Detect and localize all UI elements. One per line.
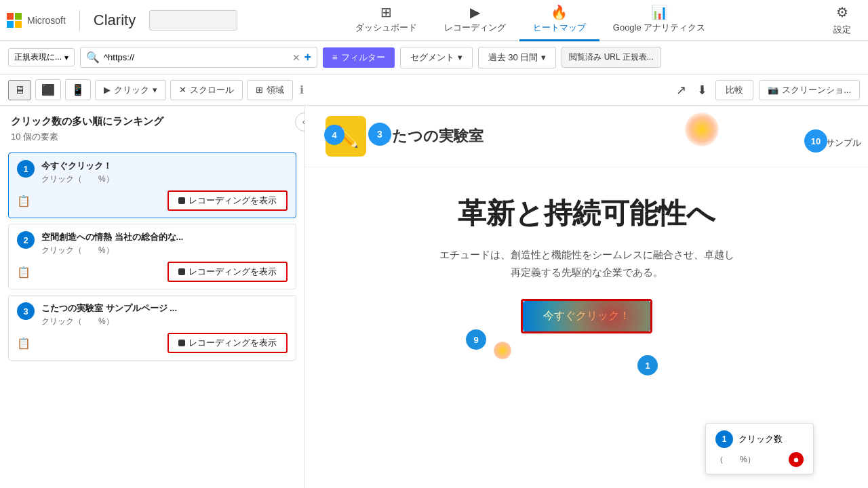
url-input[interactable]	[104, 52, 288, 62]
tooltip-label: クリック数	[738, 433, 783, 445]
segment-button[interactable]: セグメント ▾	[400, 47, 473, 68]
nav-item-google-analytics[interactable]: 📊 Google アナリティクス	[599, 0, 719, 41]
screenshot-btn[interactable]: 📷 スクリーンショ...	[759, 80, 860, 100]
filter-button[interactable]: ≡ フィルター	[323, 47, 395, 68]
dashboard-icon: ⊞	[380, 4, 392, 20]
ms-logo-text: Microsoft	[27, 15, 66, 26]
recording-label-2: レコーディングを表示	[189, 266, 277, 278]
click-badge-9[interactable]: 9	[466, 329, 486, 350]
tooltip-box: 1 クリック数 （ %） ⏺	[705, 423, 814, 474]
area-type-btn[interactable]: ⊞ 領域	[247, 80, 293, 100]
copy-icon-2[interactable]: 📋	[17, 266, 31, 279]
rank-item-2[interactable]: 2 空間創造への情熱 当社の総合的な... クリック（ %） 📋 レコーディング…	[8, 224, 296, 289]
click-badge-1[interactable]: 1	[637, 355, 658, 375]
regex-chevron: ▾	[64, 53, 68, 62]
rank-clicks-3: クリック（ %）	[41, 316, 288, 327]
hero-title: 革新と持続可能性へ	[326, 195, 848, 232]
device-mobile-btn[interactable]: 📱	[65, 79, 91, 100]
tooltip-record-icon[interactable]: ⏺	[789, 452, 804, 467]
search-icon: 🔍	[86, 51, 100, 64]
rank-clicks-1: クリック（ %）	[41, 174, 288, 185]
main-area: « クリック数の多い順にランキング 10 個の要素 1 今すぐクリック！ クリッ…	[0, 106, 868, 488]
rank-info-1: 今すぐクリック！ クリック（ %）	[41, 160, 288, 185]
ms-sq-green	[15, 13, 22, 20]
left-panel: « クリック数の多い順にランキング 10 個の要素 1 今すぐクリック！ クリッ…	[0, 106, 305, 488]
rank-item-3[interactable]: 3 こたつの実験室 サンプルページ ... クリック（ %） 📋 レコーディング…	[8, 295, 296, 361]
nav-label-dashboard: ダッシュボード	[355, 22, 417, 34]
recording-btn-1[interactable]: レコーディングを表示	[167, 190, 288, 211]
filter-bar: 正規表現に... ▾ 🔍 ✕ + ≡ フィルター セグメント ▾ 過去 30 日…	[0, 41, 868, 75]
recording-label-1: レコーディングを表示	[189, 195, 277, 207]
rank-info-2: 空間創造への情熱 当社の総合的な... クリック（ %）	[41, 231, 288, 256]
toolbar-right: ↗ ⬇ 比較 📷 スクリーンショ...	[673, 80, 860, 100]
segment-chevron: ▾	[458, 52, 462, 62]
download-btn[interactable]: ⬇	[694, 80, 710, 100]
rank-item-3-header: 3 こたつの実験室 サンプルページ ... クリック（ %）	[17, 302, 288, 327]
url-add-btn[interactable]: +	[304, 50, 312, 64]
rank-item-1-header: 1 今すぐクリック！ クリック（ %）	[17, 160, 288, 185]
regex-label: 正規表現に...	[14, 52, 62, 63]
recording-btn-2[interactable]: レコーディングを表示	[167, 262, 288, 282]
click-chevron: ▾	[153, 85, 157, 95]
compare-label: 比較	[726, 85, 743, 95]
device-tablet-btn[interactable]: ⬛	[35, 79, 61, 100]
copy-icon-1[interactable]: 📋	[17, 195, 31, 207]
filter-icon: ≡	[332, 52, 338, 62]
click-badge-10[interactable]: 10	[804, 129, 827, 152]
area-label: 領域	[267, 84, 284, 96]
play-icon: ▶	[104, 85, 111, 95]
toolbar: 🖥 ⬛ 📱 ▶ クリック ▾ ✕ スクロール ⊞ 領域 ℹ ↗ ⬇ 比較 📷 ス…	[0, 75, 868, 106]
nav-label-heatmap: ヒートマップ	[533, 22, 586, 34]
rank-item-1[interactable]: 1 今すぐクリック！ クリック（ %） 📋 レコーディングを表示	[8, 152, 296, 218]
nav-item-recording[interactable]: ▶ レコーディング	[431, 0, 519, 41]
recording-btn-3[interactable]: レコーディングを表示	[167, 333, 288, 353]
tooltip-info-row: （ %） ⏺	[715, 452, 804, 467]
scroll-type-btn[interactable]: ✕ スクロール	[170, 80, 243, 100]
cta-button[interactable]: 今すぐクリック！	[523, 301, 650, 331]
nav-item-dashboard[interactable]: ⊞ ダッシュボード	[342, 0, 431, 41]
click-badge-3[interactable]: 3	[368, 123, 391, 146]
tooltip-row: 1 クリック数	[715, 430, 804, 448]
copy-icon-3[interactable]: 📋	[17, 337, 31, 350]
tooltip-badge-num: 1	[715, 430, 733, 448]
tooltip-click-info: （ %） ⏺	[715, 452, 804, 467]
rank-list: 1 今すぐクリック！ クリック（ %） 📋 レコーディングを表示	[0, 147, 304, 366]
badge-1-num: 1	[645, 361, 650, 371]
hero-desc-line1: エチュードは、創造性と機能性をシームレスに融合させ、卓越し	[439, 249, 734, 260]
nav-items: ⊞ ダッシュボード ▶ レコーディング 🔥 ヒートマップ 📊 Google アナ…	[237, 0, 823, 41]
url-search-box[interactable]: 🔍 ✕ +	[80, 47, 317, 68]
click-type-btn[interactable]: ▶ クリック ▾	[95, 80, 166, 100]
nav-search-box[interactable]	[149, 10, 237, 30]
rank-num-1: 1	[17, 160, 35, 178]
regex-select[interactable]: 正規表現に... ▾	[8, 48, 75, 66]
site-hero: 革新と持続可能性へ エチュードは、創造性と機能性をシームレスに融合させ、卓越し …	[305, 167, 868, 345]
url-clear-btn[interactable]: ✕	[292, 52, 300, 63]
badge-10-num: 10	[811, 136, 821, 146]
recording-label-3: レコーディングを表示	[189, 337, 277, 349]
brand-area: Microsoft Clarity	[7, 10, 237, 30]
info-icon[interactable]: ℹ	[300, 83, 304, 96]
rank-num-3: 3	[17, 302, 35, 320]
panel-header: クリック数の多い順にランキング 10 個の要素	[0, 106, 304, 147]
site-title: こたつの実験室	[376, 126, 484, 146]
badge-9-num: 9	[473, 335, 478, 345]
grid-icon: ⊞	[256, 85, 263, 95]
xmark-icon: ✕	[179, 85, 186, 95]
compare-btn[interactable]: 比較	[715, 80, 753, 100]
click-badge-4[interactable]: 4	[324, 125, 344, 145]
nav-label-ga: Google アナリティクス	[613, 22, 706, 34]
device-desktop-btn[interactable]: 🖥	[8, 80, 31, 100]
days-chevron: ▾	[541, 52, 546, 62]
rank-num-2: 2	[17, 231, 35, 249]
share-btn[interactable]: ↗	[673, 80, 689, 100]
days-button[interactable]: 過去 30 日間 ▾	[478, 47, 557, 68]
panel-subtitle: 10 個の要素	[11, 131, 294, 143]
nav-item-heatmap[interactable]: 🔥 ヒートマップ	[519, 0, 599, 41]
nav-item-settings[interactable]: ⚙ 設定	[823, 0, 861, 41]
cta-area: 今すぐクリック！	[326, 301, 848, 331]
badge-4-num: 4	[332, 130, 336, 140]
heatmap-glow-9	[494, 342, 511, 359]
ms-sq-yellow	[15, 21, 22, 28]
rank-item-2-header: 2 空間創造への情熱 当社の総合的な... クリック（ %）	[17, 231, 288, 256]
nav-label-settings: 設定	[833, 24, 851, 36]
